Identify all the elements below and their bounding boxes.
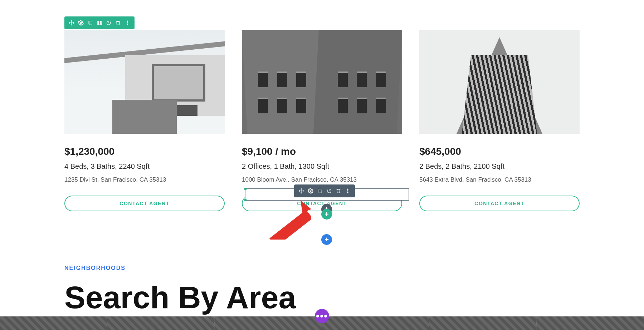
page-canvas: $1,230,000 4 Beds, 3 Baths, 2240 Sqft 12… bbox=[0, 0, 644, 314]
power-icon[interactable] bbox=[326, 188, 332, 194]
property-specs: 4 Beds, 3 Baths, 2240 Sqft bbox=[64, 162, 225, 171]
builder-menu-button[interactable]: ••• bbox=[315, 309, 329, 323]
add-section-button[interactable]: + bbox=[321, 234, 332, 245]
contact-agent-button[interactable]: CONTACT AGENT bbox=[64, 196, 225, 211]
svg-point-8 bbox=[310, 190, 311, 192]
add-row-button[interactable]: + bbox=[321, 209, 332, 220]
gear-icon[interactable] bbox=[308, 188, 313, 194]
property-address: 5643 Extra Blvd, San Fracisco, CA 35313 bbox=[419, 176, 580, 183]
property-card: $1,230,000 4 Beds, 3 Baths, 2240 Sqft 12… bbox=[64, 30, 225, 211]
svg-rect-9 bbox=[319, 190, 322, 193]
move-icon[interactable] bbox=[298, 188, 304, 194]
property-address: 1000 Bloom Ave., San Fracisco, CA 35313 bbox=[242, 176, 402, 183]
section-eyebrow: NEIGHBORHOODS bbox=[64, 265, 580, 271]
module-toolbar[interactable] bbox=[294, 184, 355, 197]
trash-icon[interactable] bbox=[336, 188, 341, 194]
svg-point-10 bbox=[347, 189, 348, 189]
property-specs: 2 Beds, 2 Baths, 2100 Sqft bbox=[419, 162, 580, 171]
property-cards-row: $1,230,000 4 Beds, 3 Baths, 2240 Sqft 12… bbox=[64, 0, 580, 211]
duplicate-icon[interactable] bbox=[317, 188, 323, 194]
more-icon[interactable] bbox=[345, 188, 351, 194]
property-image bbox=[419, 30, 580, 134]
property-image bbox=[64, 30, 225, 134]
property-price: $1,230,000 bbox=[64, 146, 225, 157]
contact-agent-button[interactable]: CONTACT AGENT bbox=[419, 196, 580, 211]
svg-point-11 bbox=[347, 191, 348, 191]
property-specs: 2 Offices, 1 Bath, 1300 Sqft bbox=[242, 162, 402, 171]
property-image bbox=[242, 30, 402, 134]
property-price: $9,100 / mo bbox=[242, 146, 402, 157]
property-card: $9,100 / mo 2 Offices, 1 Bath, 1300 Sqft… bbox=[242, 30, 402, 211]
resize-handle-icon[interactable] bbox=[244, 199, 247, 201]
property-address: 1235 Divi St, San Fracisco, CA 35313 bbox=[64, 176, 225, 183]
resize-handle-icon[interactable] bbox=[244, 188, 247, 190]
svg-point-12 bbox=[347, 192, 348, 193]
property-price: $645,000 bbox=[419, 146, 580, 157]
property-card: $645,000 2 Beds, 2 Baths, 2100 Sqft 5643… bbox=[419, 30, 580, 211]
